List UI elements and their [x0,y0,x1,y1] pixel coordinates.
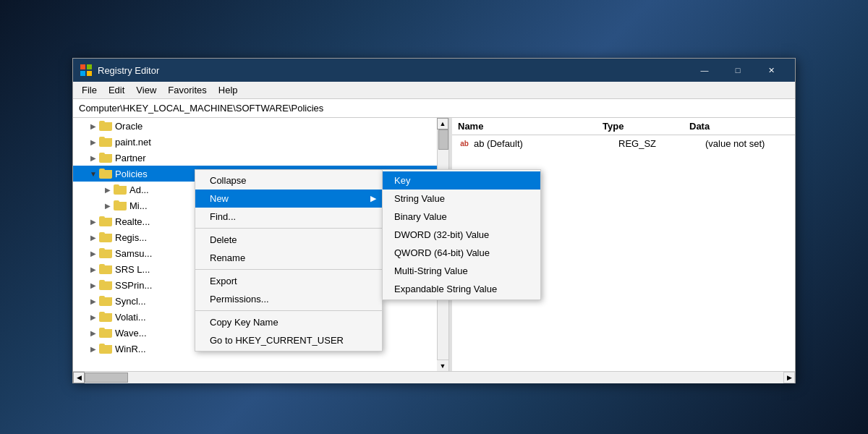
scroll-track-horizontal[interactable]: ▶ [85,372,795,383]
expand-icon: ▶ [102,184,114,195]
address-bar[interactable]: Computer\HKEY_LOCAL_MACHINE\SOFTWARE\Pol… [73,99,795,118]
tree-item-label: Volati... [115,312,146,323]
menu-bar: File Edit View Favorites Help [73,82,795,99]
expand-icon: ▶ [88,152,99,163]
tree-item-partner[interactable]: ▶ Partner [73,150,448,166]
tree-item-paintnet[interactable]: ▶ paint.net [73,134,448,150]
expand-icon: ▶ [102,200,114,211]
column-data-header: Data [689,121,789,132]
folder-icon [99,169,112,179]
folder-icon [99,312,112,322]
desktop: Registry Editor — □ ✕ File Edit View Fav… [0,0,868,434]
tree-item-label: Realte... [115,216,150,227]
ctx-permissions[interactable]: Permissions... [195,290,382,308]
window-title: Registry Editor [98,65,688,76]
address-path: Computer\HKEY_LOCAL_MACHINE\SOFTWARE\Pol… [79,103,323,114]
tree-item-label: Mi... [129,200,148,211]
menu-view[interactable]: View [130,83,162,97]
context-separator-3 [195,310,382,311]
ctx-find[interactable]: Find... [195,208,382,226]
tree-item-label: Wave... [115,328,147,339]
tree-item-label: SSPrin... [115,280,152,291]
scroll-thumb-horizontal[interactable] [85,373,128,383]
folder-icon [99,248,112,258]
reg-value-data: (value not set) [705,138,789,149]
windows-logo-icon [80,64,92,76]
ctx-export[interactable]: Export [195,272,382,290]
expand-icon: ▶ [88,343,99,354]
minimize-button[interactable]: — [688,59,721,82]
ctx-go-to-hkey[interactable]: Go to HKEY_CURRENT_USER [195,331,382,349]
menu-favorites[interactable]: Favorites [162,83,212,97]
ctx-collapse[interactable]: Collapse [195,171,382,190]
ctx-delete[interactable]: Delete [195,231,382,249]
folder-icon [99,137,112,147]
detail-header: Name Type Data [452,118,795,135]
expand-icon: ▶ [88,120,99,132]
expand-icon: ▶ [88,327,99,339]
scroll-left-button[interactable]: ◀ [73,372,85,383]
tree-item-label: Ad... [129,184,149,195]
expand-icon: ▶ [88,279,99,291]
scroll-thumb-vertical[interactable] [438,129,448,150]
reg-value-type: REG_SZ [618,138,705,149]
reg-value-name: ab (Default) [474,138,618,149]
tree-item-label: WinR... [115,344,146,354]
folder-icon [99,328,112,338]
tree-item-label: paint.net [115,137,151,148]
reg-value-icon: ab [458,138,471,148]
folder-icon [99,344,112,354]
close-button[interactable]: ✕ [754,59,788,82]
expand-icon: ▶ [88,295,99,307]
submenu-arrow-icon: ▶ [370,194,376,203]
folder-icon [114,184,127,195]
expand-icon: ▼ [88,168,99,179]
ctx-copy-key-name[interactable]: Copy Key Name [195,313,382,331]
window-controls: — □ ✕ [688,59,788,82]
context-separator-2 [195,269,382,270]
folder-icon [99,264,112,274]
tree-item-label: Samsu... [115,248,152,259]
expand-icon: ▶ [88,216,99,227]
registry-editor-window: Registry Editor — □ ✕ File Edit View Fav… [72,58,796,383]
submenu: Key String Value Binary Value DWORD (32-… [382,169,541,300]
submenu-dword[interactable]: DWORD (32-bit) Value [383,226,540,244]
tree-item-label: Syncl... [115,296,146,307]
context-separator-1 [195,228,382,229]
horizontal-scrollbar: ◀ ▶ [73,371,795,383]
submenu-expandable-string[interactable]: Expandable String Value [383,280,540,298]
submenu-key[interactable]: Key [383,171,540,190]
menu-help[interactable]: Help [213,83,244,97]
tree-item-oracle[interactable]: ▶ Oracle [73,118,448,134]
folder-icon [114,200,127,210]
tree-scroll-up-button[interactable]: ▲ [437,118,448,129]
tree-item-label: Oracle [115,121,142,132]
expand-icon: ▶ [88,311,99,323]
ctx-new[interactable]: New ▶ [195,190,382,208]
folder-icon [99,121,112,131]
submenu-multi-string[interactable]: Multi-String Value [383,262,540,280]
column-name-header: Name [458,121,603,132]
tree-item-label: SRS L... [115,264,150,275]
folder-icon [99,232,112,242]
submenu-qword[interactable]: QWORD (64-bit) Value [383,244,540,262]
tree-item-label: Partner [115,153,146,163]
expand-icon: ▶ [88,231,99,243]
expand-icon: ▶ [88,263,99,275]
detail-row-default[interactable]: ab ab (Default) REG_SZ (value not set) [452,135,795,151]
tree-item-label: Policies [115,169,148,179]
title-bar: Registry Editor — □ ✕ [73,59,795,82]
submenu-string-value[interactable]: String Value [383,190,540,208]
scroll-right-button[interactable]: ▶ [783,372,795,383]
menu-edit[interactable]: Edit [103,83,130,97]
scroll-down-button[interactable]: ▼ [437,359,448,371]
folder-icon [99,296,112,306]
ctx-rename[interactable]: Rename [195,249,382,267]
maximize-button[interactable]: □ [721,59,754,82]
expand-icon: ▶ [88,247,99,259]
folder-icon [99,216,112,226]
folder-icon [99,153,112,163]
submenu-binary-value[interactable]: Binary Value [383,208,540,226]
menu-file[interactable]: File [76,83,103,97]
folder-icon [99,280,112,290]
